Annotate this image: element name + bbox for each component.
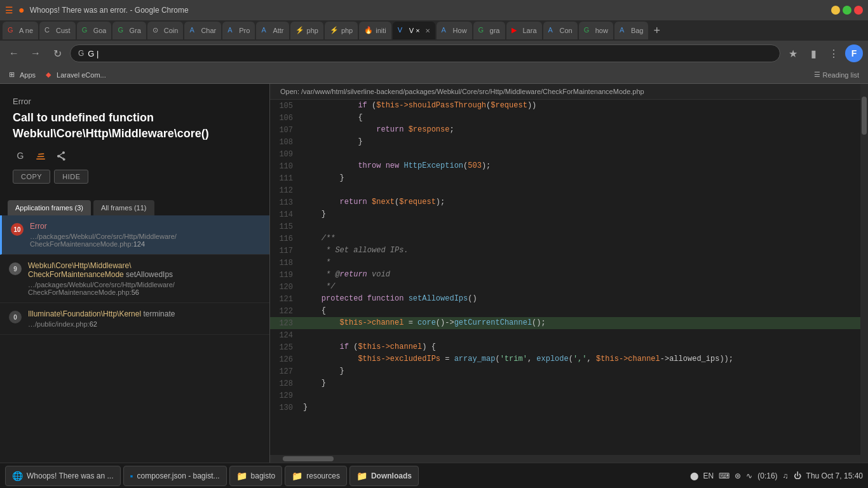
code-line-126: 126 $this->excludedIPs = array_map('trim…	[270, 353, 860, 365]
code-line-108: 108 }	[270, 136, 860, 148]
tab-t13[interactable]: A How	[437, 22, 472, 39]
frame-item-10[interactable]: 10 Error …/packages/Webkul/Core/src/Http…	[0, 215, 269, 255]
taskbar-icon-downloads: 📁	[356, 471, 367, 481]
google-search-icon[interactable]: G	[13, 148, 28, 163]
code-line-124: 124	[270, 329, 860, 341]
bookmarks-bar: ⊞ Apps ◆ Laravel eCom... ☰ Reading list	[0, 66, 868, 84]
line-code: }	[301, 136, 860, 148]
tab-t4[interactable]: G Gra	[112, 22, 146, 39]
hide-button[interactable]: HIDE	[54, 170, 88, 184]
bookmark-button[interactable]: ★	[784, 44, 802, 62]
tab-label-t5: Coin	[164, 27, 179, 34]
toolbar-right: ★ ▮ ⋮ F	[784, 44, 863, 62]
taskbar-item-bagisto[interactable]: 📁 bagisto	[229, 466, 283, 486]
share-icon[interactable]	[53, 148, 69, 163]
tab-t16[interactable]: A Con	[543, 22, 578, 39]
tab-t2[interactable]: C Cust	[39, 22, 76, 39]
taskbar-item-composer[interactable]: ▪ composer.json - bagist...	[123, 466, 227, 486]
tab-t7[interactable]: A Pro	[222, 22, 255, 39]
line-code: }	[301, 402, 860, 414]
svg-rect-2	[38, 154, 44, 155]
line-number: 129	[270, 390, 301, 402]
line-number: 116	[270, 233, 301, 245]
new-tab-button[interactable]: +	[649, 24, 664, 37]
code-line-116: 116 /**	[270, 233, 860, 245]
tab-favicon-t9: ⚡	[295, 26, 304, 35]
minimize-button[interactable]	[831, 6, 840, 15]
tab-label-t15: Lara	[523, 27, 537, 34]
line-number: 109	[270, 148, 301, 160]
reading-list-label: Reading list	[823, 71, 859, 79]
taskbar-icon-composer: ▪	[130, 471, 133, 481]
tab-t11[interactable]: 🔥 initi	[359, 22, 391, 39]
frame-tab-all[interactable]: All frames (11)	[93, 200, 154, 215]
close-button[interactable]	[854, 6, 863, 15]
taskbar-item-downloads[interactable]: 📁 Downloads	[349, 466, 419, 486]
cast-button[interactable]: ▮	[804, 44, 822, 62]
copy-button[interactable]: COPY	[13, 170, 50, 184]
error-icons: G	[13, 148, 257, 163]
taskbar-label-bagisto: bagisto	[251, 471, 276, 480]
frame-item-0[interactable]: 0 Illuminate\Foundation\Http\Kernel term…	[0, 303, 269, 335]
tab-label-t4: Gra	[129, 27, 140, 34]
taskbar-item-resources[interactable]: 📁 resources	[285, 466, 347, 486]
address-input[interactable]	[88, 49, 772, 58]
tab-t14[interactable]: G gra	[473, 22, 505, 39]
code-view[interactable]: 105 if ($this->shouldPassThrough($reques…	[270, 100, 860, 455]
line-code: return $next($request);	[301, 196, 860, 208]
tab-label-t7: Pro	[239, 27, 250, 34]
reading-list-button[interactable]: ☰ Reading list	[810, 69, 863, 80]
frame-item-9[interactable]: 9 Webkul\Core\Http\Middleware\CheckForMa…	[0, 255, 269, 303]
tab-t3[interactable]: G Goa	[77, 22, 112, 39]
tab-t18[interactable]: A Bag	[614, 22, 649, 39]
maximize-button[interactable]	[843, 6, 851, 15]
tab-close-t12[interactable]: ✕	[425, 27, 430, 34]
tab-label-t10: php	[341, 27, 353, 34]
bookmark-apps[interactable]: ⊞ Apps	[5, 69, 39, 81]
tab-t9[interactable]: ⚡ php	[290, 22, 323, 39]
tab-t12[interactable]: V V × ✕	[393, 22, 435, 39]
code-line-128: 128 }	[270, 377, 860, 390]
forward-button[interactable]: →	[27, 44, 44, 62]
firefox-menu-icon[interactable]: ☰	[5, 5, 13, 15]
toolbar: ← → ↻ G ★ ▮ ⋮ F	[0, 41, 868, 66]
tab-t6[interactable]: A Char	[184, 22, 221, 39]
bookmark-laravel[interactable]: ◆ Laravel eCom...	[42, 69, 110, 81]
line-code: return $response;	[301, 124, 860, 136]
back-button[interactable]: ←	[5, 44, 23, 62]
title-bar: ☰ ● Whoops! There was an error. - Google…	[0, 0, 868, 20]
tab-t8[interactable]: A Attr	[256, 22, 288, 39]
code-line-109: 109	[270, 148, 860, 160]
taskbar-label-whoops: Whoops! There was an ...	[27, 471, 114, 480]
bookmark-laravel-label: Laravel eCom...	[57, 71, 106, 79]
tab-favicon-t16: A	[548, 26, 557, 35]
address-bar[interactable]: G	[70, 44, 780, 62]
code-line-105: 105 if ($this->shouldPassThrough($reques…	[270, 100, 860, 112]
code-line-120: 120 */	[270, 281, 860, 293]
tab-label-t17: how	[595, 27, 608, 34]
frame-tab-application[interactable]: Application frames (3)	[8, 200, 91, 215]
horizontal-scrollbar[interactable]	[270, 455, 860, 463]
profile-button[interactable]: F	[845, 44, 863, 62]
code-line-113: 113 return $next($request);	[270, 196, 860, 208]
sys-tray-lang[interactable]: EN	[703, 471, 714, 480]
tab-t17[interactable]: G how	[579, 22, 613, 39]
stackoverflow-icon[interactable]	[33, 148, 48, 163]
tab-t15[interactable]: ▶ Lara	[506, 22, 542, 39]
laravel-icon: ◆	[46, 71, 55, 79]
sys-tray-battery: (0:16)	[757, 471, 777, 480]
tab-favicon-t11: 🔥	[364, 26, 373, 35]
code-line-106: 106 {	[270, 112, 860, 124]
tab-t5[interactable]: ⊙ Coin	[147, 22, 184, 39]
bookmark-apps-label: Apps	[20, 71, 36, 79]
tab-t1[interactable]: G A ne	[3, 22, 38, 39]
apps-icon: ⊞	[9, 71, 18, 79]
tab-favicon-t2: C	[44, 26, 53, 35]
refresh-button[interactable]: ↻	[48, 44, 66, 62]
line-code: * Set allowed IPs.	[301, 245, 860, 257]
tab-t10[interactable]: ⚡ php	[325, 22, 358, 39]
more-button[interactable]: ⋮	[825, 44, 843, 62]
vertical-scrollbar[interactable]	[860, 84, 868, 463]
code-line-127: 127 }	[270, 365, 860, 377]
taskbar-item-whoops[interactable]: 🌐 Whoops! There was an ...	[5, 466, 121, 486]
